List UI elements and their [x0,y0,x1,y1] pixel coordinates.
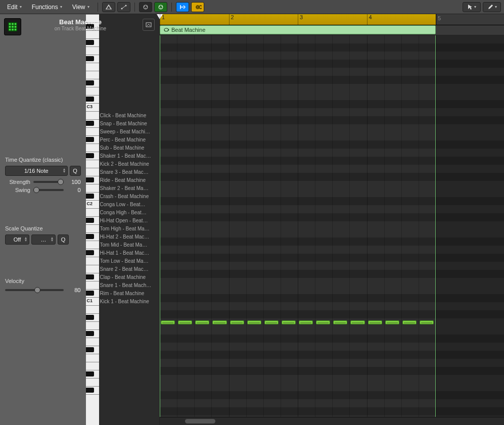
bar-number: 5 [438,15,441,21]
lane-label[interactable]: Tom Mid - Beat Ma… [100,241,159,249]
lane-label[interactable]: Crash - Beat Machine [100,192,159,200]
view-menu[interactable]: View▾ [68,2,94,12]
midi-note[interactable] [333,320,347,324]
midi-note[interactable] [385,320,399,324]
track-icon [4,18,21,35]
midi-note[interactable] [420,320,434,324]
scale-quantize-button[interactable]: Q [58,234,69,245]
functions-menu[interactable]: Functions▾ [28,2,66,12]
lane-label[interactable]: Clap - Beat Machine [100,273,159,281]
midi-note[interactable] [247,320,261,324]
lane-label[interactable]: Hi-Hat 1 - Beat Mac… [100,249,159,257]
strength-value: 100 [67,179,81,185]
lane-label[interactable]: Kick 2 - Beat Machine [100,160,159,168]
scale-quantize-extra-select[interactable]: … ▴▾ [31,234,56,245]
svg-point-5 [144,6,145,7]
svg-rect-17 [12,26,14,28]
midi-note[interactable] [264,320,279,324]
lane-label[interactable]: Click - Beat Machine [100,111,159,119]
lane-label[interactable]: Shaker 2 - Beat Ma… [100,184,159,192]
lane-labels: Click - Beat MachineSnap - Beat MachineS… [99,14,160,425]
midi-note[interactable] [402,320,417,324]
svg-rect-21 [15,29,17,31]
lane-label[interactable]: Tom High - Beat Ma… [100,224,159,232]
velocity-label: Velocity [5,278,81,284]
lane-label[interactable]: Conga High - Beat… [100,208,159,216]
quantize-button[interactable]: Q [70,166,81,176]
bar-number: 2 [229,14,234,25]
svg-line-3 [122,6,126,9]
horizontal-scrollbar[interactable] [160,417,504,425]
svg-point-9 [159,6,160,7]
midi-note[interactable] [230,320,244,324]
lane-label[interactable]: Snare 1 - Beat Mach… [100,281,159,289]
pencil-icon [487,4,493,10]
lane-label[interactable]: Snap - Beat Machine [100,119,159,127]
pencil-tool-button[interactable]: ▾ [483,2,501,12]
collapse-inspector-button[interactable] [143,19,155,31]
lane-label[interactable]: Hi-Hat 2 - Beat Mac… [100,232,159,241]
svg-point-10 [161,6,162,7]
midi-out-icon [157,4,164,10]
midi-note[interactable] [178,320,192,324]
pointer-tool-button[interactable]: ▾ [463,2,481,12]
scale-quantize-select[interactable]: Off ▴▾ [5,234,29,245]
midi-note[interactable] [299,320,313,324]
inspector-panel: Time Quantize (classic) 1/16 Note ▴▾ Q S… [0,14,86,425]
lane-label[interactable]: Rim - Beat Machine [100,289,159,297]
lane-label[interactable]: Shaker 1 - Beat Mac… [100,152,159,160]
midi-note[interactable] [161,320,175,324]
svg-rect-19 [9,29,11,31]
svg-rect-14 [12,23,14,25]
midi-in-button[interactable] [139,2,152,12]
swing-label: Swing [5,187,30,193]
chevron-down-icon: ▾ [60,5,62,9]
midi-note[interactable] [350,320,364,324]
velocity-slider[interactable] [5,289,64,291]
functions-menu-label: Functions [32,4,58,11]
edit-menu[interactable]: Edit▾ [3,2,26,12]
lane-label[interactable]: Kick 1 - Beat Machine [100,297,159,305]
stepper-arrows-icon: ▴▾ [25,237,27,242]
note-grid[interactable]: 5 1234 Beat Machine [160,35,504,425]
time-quantize-label: Time Quantize (classic) [5,157,81,163]
bar-ruler[interactable]: 5 1234 [160,14,504,25]
snap-icon [105,4,112,10]
lane-label[interactable]: Sub - Beat Machine [100,144,159,152]
midi-note[interactable] [212,320,226,324]
region-header[interactable]: Beat Machine [160,25,436,34]
swing-value: 0 [67,187,81,193]
swing-slider[interactable] [33,189,64,191]
link-button[interactable] [191,2,204,12]
lane-label[interactable]: Snare 3 - Beat Mac… [100,168,159,176]
toolbar-right-group: ▾ ▾ [463,2,501,12]
svg-rect-16 [9,26,11,28]
time-quantize-select[interactable]: 1/16 Note ▴▾ [5,166,68,176]
midi-out-button[interactable] [154,2,167,12]
midi-note[interactable] [195,320,209,324]
lane-label[interactable]: Perc - Beat Machine [100,135,159,144]
strength-slider[interactable] [33,181,64,183]
lane-label[interactable]: Ride - Beat Machine [100,176,159,184]
chevron-down-icon: ▾ [87,5,89,9]
midi-note[interactable] [316,320,330,324]
loop-icon [163,27,169,32]
lane-label[interactable]: Sweep - Beat Machi… [100,127,159,135]
drum-machine-icon [7,21,18,32]
lane-label[interactable]: Tom Low - Beat Ma… [100,257,159,265]
lane-label[interactable]: Conga Low - Beat… [100,200,159,208]
piano-keyboard[interactable]: C3C2C1 [86,14,99,425]
svg-rect-20 [12,29,14,31]
automation-toggle-button[interactable] [117,2,130,12]
svg-point-7 [145,8,146,9]
collapse-icon [146,22,152,27]
catch-playhead-button[interactable] [176,2,189,12]
lane-label[interactable]: Snare 2 - Beat Mac… [100,265,159,273]
midi-note[interactable] [282,320,296,324]
pointer-icon [468,4,473,10]
midi-note[interactable] [368,320,382,324]
time-quantize-value: 1/16 Note [24,168,49,174]
lane-label[interactable]: Hi-Hat Open - Beat… [100,216,159,224]
snap-toggle-button[interactable] [102,2,115,12]
svg-rect-18 [15,26,17,28]
